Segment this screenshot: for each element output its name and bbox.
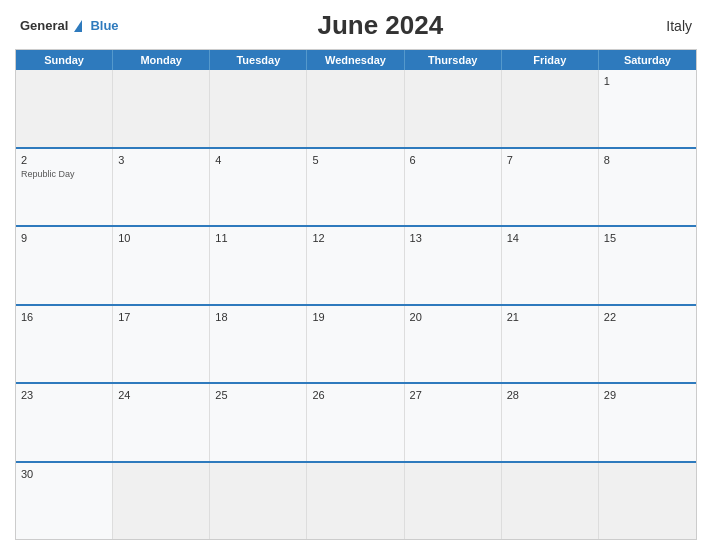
day-number: 29 xyxy=(604,388,691,403)
day-cell xyxy=(405,70,502,147)
day-cell: 18 xyxy=(210,306,307,383)
day-number: 26 xyxy=(312,388,398,403)
day-number: 16 xyxy=(21,310,107,325)
day-cell xyxy=(599,463,696,540)
day-cell: 21 xyxy=(502,306,599,383)
day-cell: 24 xyxy=(113,384,210,461)
day-cell: 17 xyxy=(113,306,210,383)
day-cell xyxy=(210,70,307,147)
day-cell xyxy=(16,70,113,147)
day-cell: 3 xyxy=(113,149,210,226)
day-number: 20 xyxy=(410,310,496,325)
logo-general: General xyxy=(20,18,68,33)
day-cell xyxy=(502,463,599,540)
day-cell: 5 xyxy=(307,149,404,226)
logo-triangle-icon xyxy=(74,20,82,32)
day-cell: 16 xyxy=(16,306,113,383)
day-cell xyxy=(113,70,210,147)
day-number: 6 xyxy=(410,153,496,168)
day-cell: 12 xyxy=(307,227,404,304)
day-number: 4 xyxy=(215,153,301,168)
day-cell: 9 xyxy=(16,227,113,304)
day-cell xyxy=(307,70,404,147)
day-number: 28 xyxy=(507,388,593,403)
day-number: 27 xyxy=(410,388,496,403)
day-header-thursday: Thursday xyxy=(405,50,502,70)
day-cell xyxy=(307,463,404,540)
logo-blue: Blue xyxy=(90,18,118,33)
day-header-tuesday: Tuesday xyxy=(210,50,307,70)
day-number: 14 xyxy=(507,231,593,246)
page-header: General Blue June 2024 Italy xyxy=(15,10,697,41)
day-cell xyxy=(502,70,599,147)
week-row-1: 1 xyxy=(16,70,696,147)
day-cell: 25 xyxy=(210,384,307,461)
day-number: 23 xyxy=(21,388,107,403)
day-number: 17 xyxy=(118,310,204,325)
country-label: Italy xyxy=(642,18,692,34)
day-number: 9 xyxy=(21,231,107,246)
weeks-container: 12Republic Day34567891011121314151617181… xyxy=(16,70,696,539)
day-cell: 13 xyxy=(405,227,502,304)
day-number: 5 xyxy=(312,153,398,168)
day-number: 10 xyxy=(118,231,204,246)
day-number: 30 xyxy=(21,467,107,482)
day-number: 8 xyxy=(604,153,691,168)
day-cell: 10 xyxy=(113,227,210,304)
day-cell: 19 xyxy=(307,306,404,383)
day-number: 7 xyxy=(507,153,593,168)
day-number: 25 xyxy=(215,388,301,403)
calendar-grid: SundayMondayTuesdayWednesdayThursdayFrid… xyxy=(15,49,697,540)
day-number: 2 xyxy=(21,153,107,168)
week-row-4: 16171819202122 xyxy=(16,304,696,383)
day-number: 3 xyxy=(118,153,204,168)
month-title: June 2024 xyxy=(119,10,642,41)
day-cell: 6 xyxy=(405,149,502,226)
day-number: 24 xyxy=(118,388,204,403)
calendar-page: General Blue June 2024 Italy SundayMonda… xyxy=(0,0,712,550)
day-cell xyxy=(113,463,210,540)
day-number: 11 xyxy=(215,231,301,246)
day-header-saturday: Saturday xyxy=(599,50,696,70)
day-header-friday: Friday xyxy=(502,50,599,70)
day-cell: 28 xyxy=(502,384,599,461)
day-cell: 30 xyxy=(16,463,113,540)
day-cell: 22 xyxy=(599,306,696,383)
week-row-3: 9101112131415 xyxy=(16,225,696,304)
day-number: 22 xyxy=(604,310,691,325)
day-cell: 15 xyxy=(599,227,696,304)
week-row-5: 23242526272829 xyxy=(16,382,696,461)
logo: General Blue xyxy=(20,17,119,35)
day-cell: 7 xyxy=(502,149,599,226)
day-cell: 11 xyxy=(210,227,307,304)
holiday-label: Republic Day xyxy=(21,169,107,179)
day-headers-row: SundayMondayTuesdayWednesdayThursdayFrid… xyxy=(16,50,696,70)
day-header-monday: Monday xyxy=(113,50,210,70)
day-cell xyxy=(210,463,307,540)
week-row-6: 30 xyxy=(16,461,696,540)
day-cell: 20 xyxy=(405,306,502,383)
day-header-sunday: Sunday xyxy=(16,50,113,70)
day-cell xyxy=(405,463,502,540)
day-cell: 1 xyxy=(599,70,696,147)
week-row-2: 2Republic Day345678 xyxy=(16,147,696,226)
day-number: 12 xyxy=(312,231,398,246)
day-number: 1 xyxy=(604,74,691,89)
day-cell: 4 xyxy=(210,149,307,226)
day-cell: 29 xyxy=(599,384,696,461)
day-number: 15 xyxy=(604,231,691,246)
day-number: 21 xyxy=(507,310,593,325)
day-header-wednesday: Wednesday xyxy=(307,50,404,70)
day-number: 13 xyxy=(410,231,496,246)
day-cell: 8 xyxy=(599,149,696,226)
day-cell: 2Republic Day xyxy=(16,149,113,226)
day-number: 18 xyxy=(215,310,301,325)
day-cell: 23 xyxy=(16,384,113,461)
day-cell: 27 xyxy=(405,384,502,461)
day-number: 19 xyxy=(312,310,398,325)
day-cell: 26 xyxy=(307,384,404,461)
day-cell: 14 xyxy=(502,227,599,304)
